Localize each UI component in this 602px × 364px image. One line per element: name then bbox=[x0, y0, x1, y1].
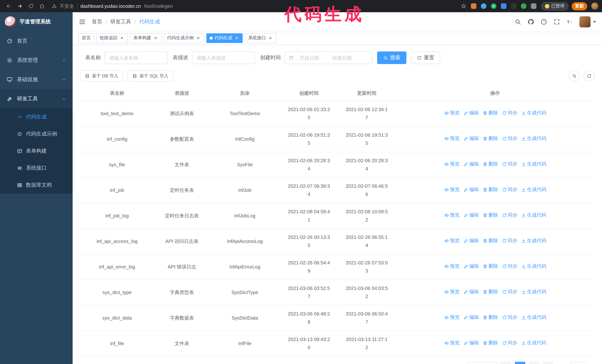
sidebar-subitem-codegen[interactable]: 代码生成 bbox=[0, 108, 73, 125]
bookmark-star-icon[interactable] bbox=[461, 3, 466, 9]
reset-button[interactable]: 重置 bbox=[411, 52, 440, 64]
extension-icon[interactable] bbox=[511, 3, 516, 9]
action-generate[interactable]: 生成代码 bbox=[521, 262, 546, 270]
action-delete[interactable]: 删除 bbox=[483, 313, 498, 322]
home-icon[interactable] bbox=[37, 1, 47, 11]
extension-icon[interactable] bbox=[521, 3, 527, 9]
extension-icon[interactable]: V bbox=[491, 3, 496, 9]
page-size-select[interactable]: 10条/页 bbox=[468, 362, 497, 364]
sidebar-item-devtools[interactable]: 研发工具 bbox=[0, 89, 73, 108]
user-menu[interactable] bbox=[580, 16, 596, 27]
breadcrumb-item[interactable]: 首页 bbox=[92, 19, 102, 25]
toggle-search-icon[interactable] bbox=[569, 70, 580, 82]
sidebar-subitem-codegen-example[interactable]: 代码生成示例 bbox=[0, 125, 73, 143]
start-date-input[interactable] bbox=[295, 55, 323, 61]
action-edit[interactable]: 编辑 bbox=[463, 109, 479, 117]
tab-codegen-example[interactable]: 代码生成示例× bbox=[164, 33, 204, 43]
search-button[interactable]: 搜索 bbox=[377, 52, 406, 64]
end-date-input[interactable] bbox=[328, 55, 356, 61]
import-db-button[interactable]: 基于 DB 导入 bbox=[80, 70, 123, 82]
breadcrumb-item[interactable]: 研发工具 bbox=[110, 19, 131, 25]
browser-update-button[interactable]: 更新 bbox=[572, 2, 587, 10]
table-desc-input[interactable] bbox=[192, 52, 255, 64]
action-preview[interactable]: 预览 bbox=[444, 211, 460, 219]
prev-page-button[interactable] bbox=[501, 362, 511, 364]
action-delete[interactable]: 删除 bbox=[483, 160, 498, 168]
action-generate[interactable]: 生成代码 bbox=[521, 237, 546, 245]
forward-icon[interactable] bbox=[15, 1, 24, 11]
help-icon[interactable]: ? bbox=[540, 19, 547, 25]
extension-icon[interactable] bbox=[471, 3, 476, 9]
action-edit[interactable]: 编辑 bbox=[463, 288, 479, 296]
action-generate[interactable]: 生成代码 bbox=[521, 135, 546, 143]
action-generate[interactable]: 生成代码 bbox=[521, 339, 546, 347]
action-preview[interactable]: 预览 bbox=[444, 109, 460, 117]
action-preview[interactable]: 预览 bbox=[444, 160, 460, 168]
action-preview[interactable]: 预览 bbox=[444, 313, 460, 322]
action-delete[interactable]: 删除 bbox=[483, 135, 498, 143]
action-edit[interactable]: 编辑 bbox=[463, 211, 479, 219]
action-sync[interactable]: 同步 bbox=[502, 186, 517, 194]
action-delete[interactable]: 删除 bbox=[483, 211, 498, 219]
tab-home[interactable]: 首页 bbox=[78, 33, 94, 43]
fullscreen-icon[interactable] bbox=[553, 19, 560, 25]
action-generate[interactable]: 生成代码 bbox=[521, 211, 546, 219]
action-preview[interactable]: 预览 bbox=[444, 135, 460, 143]
action-sync[interactable]: 同步 bbox=[502, 237, 517, 245]
action-edit[interactable]: 编辑 bbox=[463, 135, 479, 143]
action-generate[interactable]: 生成代码 bbox=[521, 288, 546, 296]
goto-page-input[interactable] bbox=[570, 362, 586, 364]
action-preview[interactable]: 预览 bbox=[444, 186, 460, 194]
refresh-icon[interactable] bbox=[583, 70, 595, 82]
action-sync[interactable]: 同步 bbox=[502, 135, 517, 143]
search-icon[interactable] bbox=[515, 19, 521, 25]
close-icon[interactable]: × bbox=[119, 35, 124, 41]
action-delete[interactable]: 删除 bbox=[483, 262, 498, 270]
next-page-button[interactable] bbox=[543, 362, 553, 364]
close-icon[interactable]: × bbox=[268, 35, 273, 41]
tab-form-builder[interactable]: 表单构建× bbox=[130, 33, 161, 43]
date-range-picker[interactable]: - bbox=[285, 52, 373, 64]
action-sync[interactable]: 同步 bbox=[502, 109, 517, 117]
font-size-icon[interactable]: TT bbox=[566, 19, 573, 25]
sidebar-item-system[interactable]: 系统管理 bbox=[0, 51, 73, 70]
extension-icon[interactable] bbox=[481, 3, 486, 9]
action-edit[interactable]: 编辑 bbox=[463, 237, 479, 245]
table-name-input[interactable] bbox=[105, 52, 167, 64]
puzzle-extensions-icon[interactable] bbox=[531, 3, 537, 9]
extension-icon[interactable] bbox=[501, 3, 506, 9]
action-sync[interactable]: 同步 bbox=[502, 160, 517, 168]
action-preview[interactable]: 预览 bbox=[444, 237, 460, 245]
action-edit[interactable]: 编辑 bbox=[463, 160, 479, 168]
action-sync[interactable]: 同步 bbox=[502, 288, 517, 296]
tab-codegen[interactable]: 代码生成× bbox=[206, 33, 243, 43]
action-sync[interactable]: 同步 bbox=[502, 211, 517, 219]
action-preview[interactable]: 预览 bbox=[444, 288, 460, 296]
action-generate[interactable]: 生成代码 bbox=[521, 160, 546, 168]
import-sql-button[interactable]: 基于 SQL 导入 bbox=[128, 70, 173, 82]
action-delete[interactable]: 删除 bbox=[483, 109, 498, 117]
action-edit[interactable]: 编辑 bbox=[463, 186, 479, 194]
action-delete[interactable]: 删除 bbox=[483, 288, 498, 296]
reload-icon[interactable] bbox=[26, 1, 36, 11]
sidebar-subitem-system-api[interactable]: 系统接口 bbox=[0, 160, 73, 177]
sidebar-subitem-form-builder[interactable]: 表单构建 bbox=[0, 143, 73, 160]
action-edit[interactable]: 编辑 bbox=[463, 262, 479, 270]
action-edit[interactable]: 编辑 bbox=[463, 313, 479, 322]
action-preview[interactable]: 预览 bbox=[444, 262, 460, 270]
browser-profile-avatar[interactable] bbox=[591, 3, 598, 10]
action-sync[interactable]: 同步 bbox=[502, 262, 517, 270]
page-button-1[interactable]: 1 bbox=[515, 362, 525, 364]
action-generate[interactable]: 生成代码 bbox=[521, 313, 546, 322]
action-generate[interactable]: 生成代码 bbox=[521, 109, 546, 117]
address-bar[interactable]: 不安全 dashboard.yudao.iocoder.cn/tool/code… bbox=[48, 3, 458, 10]
tab-tracing[interactable]: 链路追踪× bbox=[96, 33, 128, 43]
github-icon[interactable] bbox=[527, 19, 534, 25]
back-icon[interactable] bbox=[4, 1, 13, 11]
action-sync[interactable]: 同步 bbox=[502, 313, 517, 322]
sidebar-item-home[interactable]: 首页 bbox=[0, 31, 73, 51]
close-icon[interactable]: × bbox=[234, 35, 239, 41]
tab-system-api[interactable]: 系统接口× bbox=[245, 33, 276, 43]
profile-paused-badge[interactable]: 已暂停 bbox=[541, 2, 568, 10]
action-edit[interactable]: 编辑 bbox=[463, 339, 479, 347]
